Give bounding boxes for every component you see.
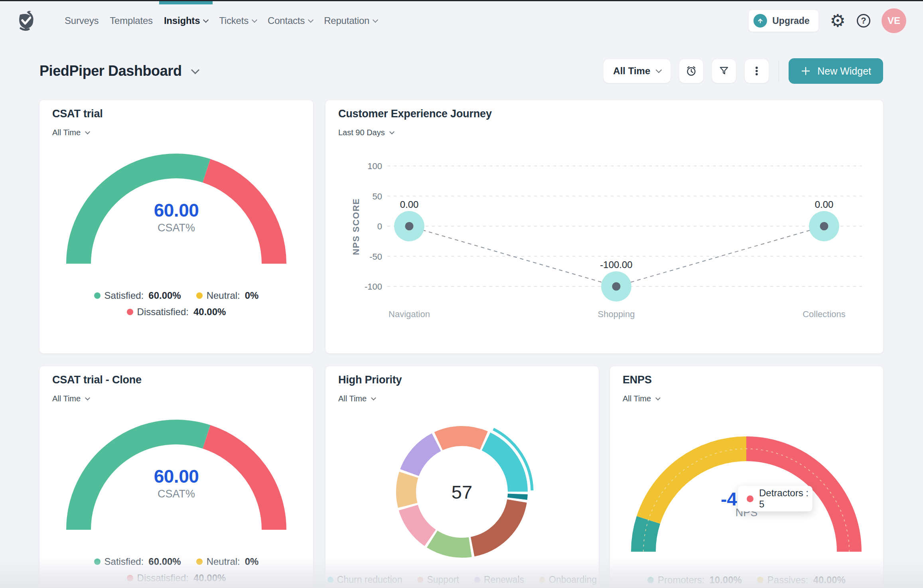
svg-text:100: 100	[367, 161, 382, 171]
chevron-down-icon	[203, 17, 209, 22]
nav-item-label: Templates	[110, 15, 153, 26]
legend-item: Dissatisfied:40.00%	[127, 572, 226, 584]
divider	[779, 60, 779, 82]
widget-time-filter[interactable]: All Time	[338, 393, 375, 404]
dashboard-page: SurveysTemplatesInsightsTicketsContactsR…	[0, 0, 923, 588]
enps-tooltip-text: Detractors : 5	[759, 487, 813, 510]
surveysparrow-logo[interactable]	[14, 9, 37, 32]
legend-item: Renewals	[474, 574, 524, 585]
legend-item: Passives:40.00%	[757, 574, 846, 586]
avatar[interactable]: VE	[882, 8, 906, 33]
nav-item-templates[interactable]: Templates	[104, 0, 158, 41]
legend-item: Neutral:0%	[196, 556, 259, 567]
legend-item: Satisfied:60.00%	[94, 556, 181, 567]
journey-line-chart[interactable]: 100500-50-100NPS SCORE0.00Navigation-100…	[349, 152, 868, 339]
legend-dot	[94, 558, 101, 565]
chevron-down-icon	[252, 17, 257, 22]
upgrade-label: Upgrade	[772, 16, 809, 26]
settings-button[interactable]: ⚙	[830, 12, 846, 30]
main-nav: SurveysTemplatesInsightsTicketsContactsR…	[59, 0, 383, 41]
svg-text:Navigation: Navigation	[389, 309, 430, 319]
question-mark-icon: ?	[857, 14, 870, 28]
widget-title: CSAT trial - Clone	[52, 373, 142, 386]
legend-dot	[417, 577, 423, 583]
chevron-down-icon	[85, 395, 90, 401]
widget-time-filter[interactable]: All Time	[623, 393, 660, 404]
legend-dot	[474, 577, 480, 583]
widget-csat-trial: CSAT trial All Time 60.00 CSAT% Satisfie…	[39, 100, 313, 353]
alarm-clock-icon	[685, 65, 697, 77]
legend-dot	[127, 309, 133, 315]
chevron-down-icon	[373, 17, 378, 22]
help-button[interactable]: ?	[857, 14, 870, 28]
upgrade-arrow-icon	[753, 14, 767, 28]
widget-legend: Promoters:10.00%Passives:40.00%	[610, 574, 883, 586]
svg-text:Shopping: Shopping	[598, 309, 635, 319]
header-controls: All Time	[603, 58, 883, 84]
legend-item: Dissatisfied:40.00%	[127, 306, 226, 318]
nav-item-label: Reputation	[324, 15, 369, 26]
legend-dot	[327, 577, 333, 583]
gauge-value-label: CSAT%	[39, 487, 313, 501]
page-header: PiedPiper Dashboard All Time	[39, 53, 883, 89]
chevron-down-icon	[389, 129, 394, 134]
enps-tooltip-dot	[747, 495, 753, 502]
legend-item: Neutral:0%	[196, 290, 259, 301]
widget-time-filter[interactable]: All Time	[52, 126, 89, 138]
kebab-menu-icon	[751, 65, 762, 77]
legend-dot	[647, 577, 654, 583]
enps-tooltip: Detractors : 5	[738, 486, 813, 511]
nav-item-insights[interactable]: Insights	[158, 0, 213, 41]
widget-time-filter[interactable]: Last 90 Days	[338, 126, 394, 138]
new-widget-button[interactable]: New Widget	[789, 58, 883, 84]
nav-item-label: Contacts	[268, 15, 305, 26]
top-navigation: SurveysTemplatesInsightsTicketsContactsR…	[0, 0, 923, 41]
widget-legend: Churn reductionSupportRenewalsOnboarding	[325, 574, 599, 585]
svg-text:Collections: Collections	[803, 309, 846, 319]
window-top-edge	[0, 0, 923, 1]
svg-text:-100: -100	[365, 282, 382, 292]
gear-icon: ⚙	[830, 12, 846, 30]
avatar-initials: VE	[888, 15, 900, 26]
nav-item-label: Tickets	[219, 15, 248, 26]
chevron-down-icon	[191, 66, 199, 74]
chevron-down-icon	[371, 395, 376, 401]
chevron-down-icon	[308, 17, 314, 22]
legend-dot	[539, 577, 545, 583]
gauge-value: 60.00	[39, 466, 313, 487]
svg-text:-50: -50	[369, 252, 382, 262]
widget-enps: ENPS All Time -4 NPS Detractors : 5 Prom…	[610, 366, 883, 588]
filter-button[interactable]	[712, 59, 736, 83]
legend-item: Promoters:10.00%	[647, 574, 742, 586]
dashboard-title-dropdown[interactable]: PiedPiper Dashboard	[39, 63, 198, 79]
legend-dot	[127, 575, 133, 581]
legend-item: Support	[417, 574, 459, 585]
page-title: PiedPiper Dashboard	[39, 63, 182, 79]
nav-item-surveys[interactable]: Surveys	[59, 0, 104, 41]
nav-item-label: Insights	[164, 15, 200, 26]
upgrade-button[interactable]: Upgrade	[748, 10, 818, 32]
schedule-button[interactable]	[679, 59, 704, 83]
nav-item-label: Surveys	[65, 15, 99, 26]
nav-item-reputation[interactable]: Reputation	[318, 0, 383, 41]
svg-text:50: 50	[373, 191, 382, 201]
global-time-filter[interactable]: All Time	[603, 59, 671, 83]
widget-legend: Satisfied:60.00%Neutral:0%Dissatisfied:4…	[39, 290, 313, 318]
priority-donut-chart[interactable]	[382, 412, 542, 572]
svg-text:NPS SCORE: NPS SCORE	[351, 198, 361, 255]
nav-item-tickets[interactable]: Tickets	[213, 0, 262, 41]
legend-item: Churn reduction	[327, 574, 402, 585]
gauge-value: 60.00	[39, 200, 313, 221]
widget-legend: Satisfied:60.00%Neutral:0%Dissatisfied:4…	[39, 556, 313, 584]
legend-dot	[757, 577, 763, 583]
nav-item-contacts[interactable]: Contacts	[262, 0, 318, 41]
legend-dot	[94, 292, 101, 299]
more-options-button[interactable]	[744, 59, 769, 83]
legend-item: Onboarding	[539, 574, 597, 585]
widget-title: ENPS	[623, 373, 652, 386]
widget-title: Customer Experience Journey	[338, 107, 492, 120]
plus-icon	[801, 66, 811, 76]
widget-time-filter[interactable]: All Time	[52, 393, 89, 404]
bird-logo-icon	[14, 9, 37, 32]
gauge-value-block: 60.00 CSAT%	[39, 200, 313, 235]
